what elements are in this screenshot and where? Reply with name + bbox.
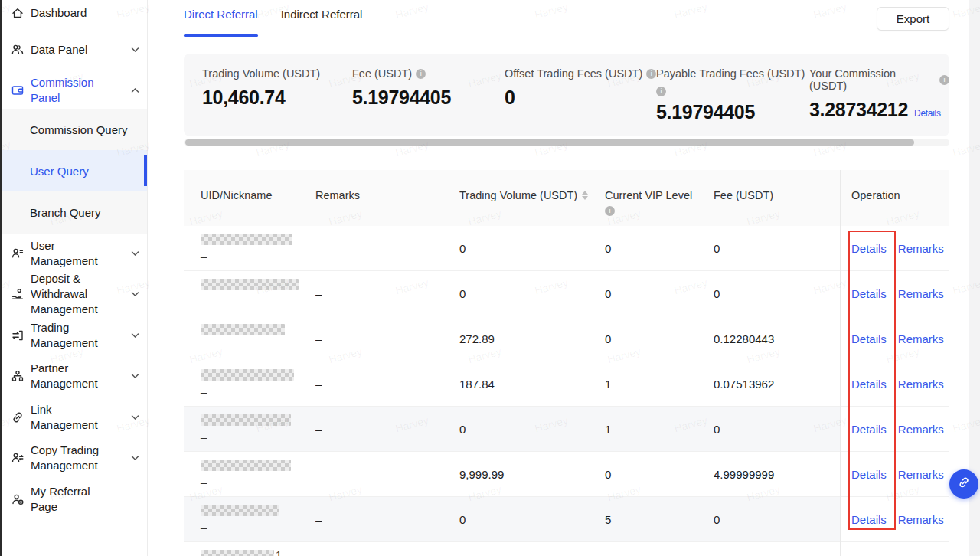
nickname: – <box>201 521 279 534</box>
column-header-volume[interactable]: Trading Volume (USDT) <box>459 189 588 201</box>
referral-link-fab[interactable] <box>949 469 978 499</box>
uid-cell: – <box>201 457 291 489</box>
sidebar-item-link-management[interactable]: Link Management <box>2 404 147 430</box>
nickname: – <box>201 476 291 489</box>
row-stripe <box>184 497 841 541</box>
sort-icon[interactable] <box>582 191 588 200</box>
sidebar-item-label: Data Panel <box>31 42 119 57</box>
stat-trading-volume: Trading Volume (USDT) 10,460.74 <box>202 67 320 109</box>
details-link[interactable]: Details <box>851 287 887 300</box>
sidebar-item-commission-panel[interactable]: Commission Panel <box>2 77 147 103</box>
active-indicator-bar <box>144 155 147 186</box>
censored-uid <box>201 414 291 426</box>
sidebar-item-label: Partner Management <box>31 361 119 391</box>
fee-cell: 0 <box>714 423 720 436</box>
table-row: – – 0 0 0 DetailsRemarks <box>184 271 949 316</box>
details-link[interactable]: Details <box>851 468 887 481</box>
sidebar-item-copy-trading-management[interactable]: Copy Trading Management <box>2 440 147 476</box>
users-icon <box>9 43 26 57</box>
submenu-item-commission-query[interactable]: Commission Query <box>2 109 147 150</box>
fee-cell: 0.07513962 <box>714 378 774 391</box>
remarks-link[interactable]: Remarks <box>898 423 944 436</box>
remarks-link[interactable]: Remarks <box>898 287 944 300</box>
vip-cell: 0 <box>605 242 611 255</box>
stat-value: 10,460.74 <box>202 87 320 109</box>
tab-direct-referral[interactable]: Direct Referral <box>184 8 258 37</box>
remarks-link[interactable]: Remarks <box>898 378 944 391</box>
uid-cell: – <box>201 322 285 353</box>
sidebar-item-label: My Referral Page <box>31 484 119 515</box>
sidebar-item-partner-management[interactable]: Partner Management <box>2 358 147 394</box>
submenu-item-label: Branch Query <box>30 206 101 219</box>
stat-label: Offset Trading Fees (USDT) <box>505 67 642 80</box>
export-button[interactable]: Export <box>877 7 949 31</box>
user-sync-icon <box>9 451 26 465</box>
censored-uid <box>201 279 299 290</box>
sidebar-item-label: Link Management <box>31 402 119 433</box>
details-link[interactable]: Details <box>851 423 887 436</box>
sidebar-item-label: Trading Management <box>31 320 119 351</box>
remark-cell: – <box>315 468 322 481</box>
volume-cell: 0 <box>459 242 466 255</box>
details-link[interactable]: Details <box>851 332 887 345</box>
sidebar-item-dashboard[interactable]: Dashboard <box>2 0 147 26</box>
vip-cell: 1 <box>605 378 611 391</box>
fee-cell: 0.12280443 <box>714 332 774 345</box>
info-icon[interactable] <box>939 75 949 85</box>
table-row: – – 9,999.99 0 4.99999999 DetailsRemarks <box>184 452 949 497</box>
submenu-item-branch-query[interactable]: Branch Query <box>2 191 147 233</box>
uid-cell: – <box>201 367 294 398</box>
link-icon <box>957 476 971 492</box>
sidebar-item-label: Commission Panel <box>31 75 119 106</box>
tab-indirect-referral[interactable]: Indirect Referral <box>281 8 363 37</box>
table-row: – – 0 5 0 DetailsRemarks <box>184 497 949 542</box>
details-link[interactable]: Details <box>851 513 887 526</box>
info-icon[interactable] <box>416 69 426 79</box>
sidebar-item-label: User Management <box>31 238 119 269</box>
fixed-column-divider <box>840 170 841 556</box>
sidebar-item-trading-management[interactable]: Trading Management <box>2 317 147 354</box>
remark-cell: – <box>315 378 322 391</box>
stat-value: 5.19794405 <box>352 87 451 109</box>
wallet-panel-icon <box>9 83 26 97</box>
sidebar-item-my-referral-page[interactable]: My Referral Page <box>2 486 147 512</box>
remark-cell: – <box>315 287 322 300</box>
horizontal-scrollbar-thumb[interactable] <box>185 139 914 146</box>
uid-cell: – <box>201 502 279 534</box>
sidebar-item-deposit-withdrawal-management[interactable]: Deposit & Withdrawal Management <box>2 270 147 319</box>
sidebar-item-data-panel[interactable]: Data Panel <box>2 37 147 63</box>
details-link[interactable]: Details <box>851 242 887 255</box>
commission-details-link[interactable]: Details <box>914 108 941 119</box>
stat-fee: Fee (USDT) 5.19794405 <box>352 67 451 109</box>
remarks-link[interactable]: Remarks <box>898 513 944 526</box>
remarks-link[interactable]: Remarks <box>898 242 944 255</box>
remark-cell: – <box>315 423 322 436</box>
censored-uid <box>201 460 291 471</box>
submenu-item-user-query[interactable]: User Query <box>2 150 147 191</box>
details-link[interactable]: Details <box>851 378 887 391</box>
horizontal-scrollbar[interactable] <box>184 139 949 146</box>
fee-cell: 0 <box>714 513 720 526</box>
volume-cell: 187.84 <box>459 378 495 391</box>
remarks-link[interactable]: Remarks <box>898 332 944 345</box>
stat-label: Payable Trading Fees (USDT) <box>656 67 805 80</box>
stat-payable-trading-fees: Payable Trading Fees (USDT) 5.19794405 <box>656 67 805 123</box>
fee-cell: 0 <box>714 287 720 300</box>
stat-value: 0 <box>505 87 656 109</box>
commission-panel-submenu: Commission Query User Query Branch Query <box>2 109 147 234</box>
remarks-link[interactable]: Remarks <box>898 468 944 481</box>
table-header: UID/Nickname Remarks Trading Volume (USD… <box>184 170 949 226</box>
sidebar-item-user-management[interactable]: User Management <box>2 240 147 267</box>
chevron-down-icon <box>131 332 139 339</box>
censored-uid <box>201 324 285 335</box>
info-icon[interactable] <box>646 69 656 79</box>
censored-uid <box>201 505 279 516</box>
table-row: – – 0 1 0 DetailsRemarks <box>184 407 949 452</box>
info-icon[interactable] <box>605 206 615 216</box>
submenu-item-label: Commission Query <box>30 123 128 136</box>
volume-cell: 0 <box>459 287 466 300</box>
remark-cell: – <box>315 242 322 255</box>
info-icon[interactable] <box>656 87 666 96</box>
column-header-uid: UID/Nickname <box>201 189 272 201</box>
uid-cell: – <box>201 276 299 308</box>
